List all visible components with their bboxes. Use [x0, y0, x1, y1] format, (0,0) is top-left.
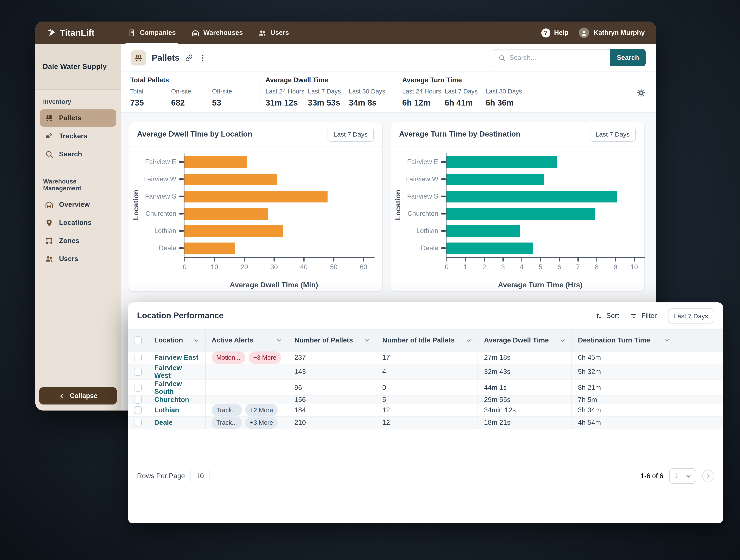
column-header-location[interactable]: Location — [148, 330, 206, 351]
location-link[interactable]: Lothian — [154, 406, 179, 414]
chart-bar-row: Fairview E — [390, 153, 644, 171]
row-checkbox[interactable] — [134, 406, 142, 414]
x-tick-label: 7 — [576, 263, 580, 271]
x-tick-label: 10 — [211, 263, 218, 271]
warehouse-icon — [45, 200, 54, 209]
stat-metric-label: Last 7 Days — [308, 88, 346, 95]
x-tick-mark — [465, 257, 466, 261]
location-link[interactable]: Churchton — [154, 396, 189, 404]
stat-metric-value: 34m 8s — [349, 98, 386, 108]
rows-per-page-select[interactable]: 10 — [190, 469, 209, 483]
alert-badge[interactable]: +3 More — [245, 417, 278, 429]
x-tick-label: 20 — [241, 263, 248, 271]
user-avatar-icon — [579, 27, 589, 38]
alert-badge[interactable]: Track... — [212, 417, 242, 429]
cell-pallets: 143 — [294, 368, 306, 376]
user-menu[interactable]: Kathryn Murphy — [579, 27, 645, 38]
sidebar-item-search[interactable]: Search — [40, 146, 116, 163]
x-tick-mark — [596, 257, 597, 261]
chart-bar — [184, 174, 277, 185]
location-link[interactable]: Fairview East — [154, 354, 198, 361]
sidebar-item-trackers[interactable]: Trackers — [40, 127, 116, 145]
x-tick-mark — [559, 257, 560, 261]
chart-title: Average Turn Time by Destination — [399, 130, 521, 139]
chart-period-button[interactable]: Last 7 Days — [589, 127, 636, 142]
collapse-button[interactable]: Collapse — [39, 387, 117, 405]
stat-metric-label: Off-site — [212, 88, 250, 95]
column-header-destination-turn-time[interactable]: Destination Turn Time — [572, 330, 676, 351]
sidebar-item-users[interactable]: Users — [40, 250, 116, 267]
cell-pallets: 237 — [294, 354, 306, 361]
chart-bar-track — [184, 222, 362, 239]
sidebar-item-label: Locations — [59, 219, 92, 227]
stat-metric: On-site682 — [171, 88, 212, 108]
chart-bar-row: Churchton — [390, 205, 644, 222]
stat-metric-label: Last 30 Days — [485, 88, 523, 95]
settings-gear-icon[interactable] — [637, 88, 646, 97]
row-checkbox[interactable] — [134, 419, 142, 427]
row-checkbox[interactable] — [134, 368, 142, 376]
sidebar-item-overview[interactable]: Overview — [40, 196, 116, 213]
search-input[interactable] — [510, 54, 605, 62]
row-checkbox[interactable] — [134, 384, 142, 391]
sidebar: Dale Water Supply InventoryPalletsTracke… — [35, 44, 121, 411]
cell-dwell: 32m 43s — [484, 368, 511, 376]
location-link[interactable]: Fairview West — [154, 364, 199, 379]
nav-item-warehouses[interactable]: Warehouses — [187, 21, 248, 44]
column-header-active-alerts[interactable]: Active Alerts — [206, 330, 288, 351]
sidebar-item-locations[interactable]: Locations — [40, 214, 116, 231]
page-select[interactable]: 1 — [669, 468, 696, 484]
zone-icon — [45, 236, 54, 245]
help-button[interactable]: ? Help — [541, 28, 568, 37]
stat-metric: Last 24 Hours31m 12s — [266, 88, 308, 108]
cell-dwell: 27m 18s — [484, 354, 511, 361]
row-checkbox[interactable] — [134, 354, 142, 361]
nav-item-label: Users — [270, 29, 289, 37]
column-header-number-of-pallets[interactable]: Number of Pallets — [288, 330, 376, 351]
row-checkbox[interactable] — [134, 396, 142, 404]
filter-button[interactable]: Filter — [630, 312, 657, 320]
x-tick-mark — [363, 257, 364, 261]
y-tick-mark — [179, 179, 184, 180]
table-column-headers: LocationActive AlertsNumber of PalletsNu… — [128, 329, 723, 351]
select-all-checkbox[interactable] — [134, 336, 142, 344]
nav-item-users[interactable]: Users — [254, 21, 294, 44]
cell-turn: 6h 45m — [578, 354, 601, 361]
chart-bar-track — [184, 239, 362, 257]
chart-bar — [447, 156, 557, 168]
alert-badge[interactable]: +2 More — [245, 404, 278, 416]
location-link[interactable]: Deale — [154, 419, 173, 427]
alert-badge[interactable]: Track... — [212, 404, 242, 416]
sidebar-section: Warehouse ManagementOverviewLocationsZon… — [35, 169, 121, 273]
x-tick-mark — [303, 257, 304, 261]
x-tick-label: 8 — [595, 263, 598, 271]
x-tick-label: 1 — [464, 263, 467, 271]
help-label: Help — [554, 29, 568, 37]
kebab-menu-icon[interactable] — [199, 53, 207, 62]
alert-badge[interactable]: +3 More — [249, 351, 281, 363]
link-icon[interactable] — [185, 53, 193, 62]
x-tick-label: 5 — [539, 263, 542, 271]
chart-period-button[interactable]: Last 7 Days — [328, 127, 374, 142]
y-tick-mark — [441, 230, 446, 232]
cell-turn: 5h 32m — [578, 368, 601, 376]
table-period-button[interactable]: Last 7 Days — [668, 308, 714, 323]
sidebar-item-zones[interactable]: Zones — [40, 232, 116, 249]
sidebar-item-pallets[interactable]: Pallets — [40, 109, 116, 127]
column-header-average-dwell-time[interactable]: Average Dwell Time — [478, 330, 572, 351]
location-link[interactable]: Fairview South — [154, 380, 199, 396]
users-icon — [45, 254, 54, 263]
alert-badge[interactable]: Motion... — [212, 351, 245, 363]
chart-bar-track — [184, 153, 362, 171]
sort-button[interactable]: Sort — [595, 312, 619, 320]
search-button[interactable]: Search — [610, 49, 646, 66]
x-tick-label: 0 — [183, 263, 186, 271]
chart-y-axis-label: Location — [394, 153, 402, 257]
chevron-down-icon — [466, 338, 471, 343]
cell-turn: 4h 54m — [578, 419, 601, 427]
search-icon — [498, 54, 505, 62]
nav-item-companies[interactable]: Companies — [123, 21, 181, 44]
column-header-number-of-idle-pallets[interactable]: Number of Idle Pallets — [376, 330, 478, 351]
chart-bar — [184, 242, 235, 254]
next-page-button[interactable] — [702, 470, 714, 482]
